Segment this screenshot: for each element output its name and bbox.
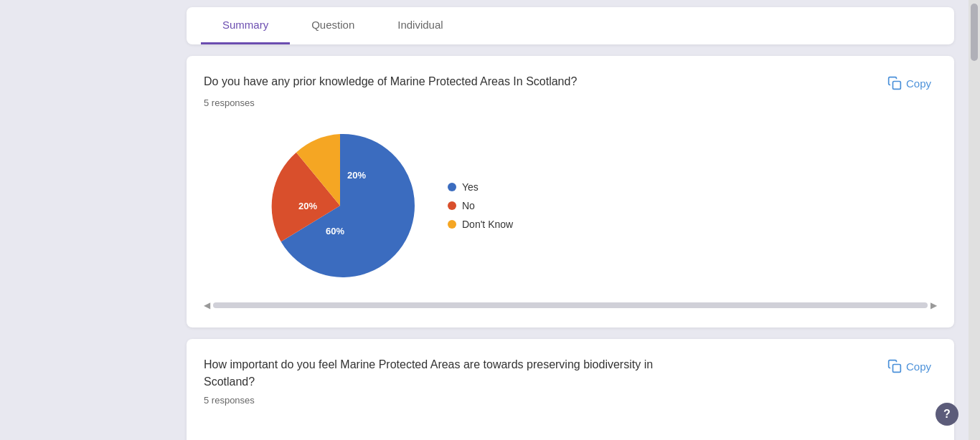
card-title-2: How important do you feel Marine Protect…	[204, 356, 692, 391]
label-no: 20%	[298, 201, 317, 211]
legend-item-dont-know: Don't Know	[448, 219, 513, 230]
legend-dot-no	[448, 201, 456, 210]
left-space	[0, 0, 172, 440]
svg-rect-0	[892, 82, 900, 90]
card-header-2: How important do you feel Marine Protect…	[204, 356, 937, 391]
vertical-scrollbar[interactable]	[969, 0, 980, 440]
card-title-1: Do you have any prior knowledge of Marin…	[204, 73, 577, 90]
tab-individual[interactable]: Individual	[376, 7, 464, 44]
help-button[interactable]: ?	[936, 403, 958, 426]
horizontal-scrollbar-1: ◀ ▶	[204, 300, 937, 310]
card-header-1: Do you have any prior knowledge of Marin…	[204, 73, 937, 93]
main-content: Summary Question Individual Do you have …	[172, 0, 969, 440]
tab-question[interactable]: Question	[290, 7, 376, 44]
pie-chart-2	[261, 424, 419, 440]
page-wrapper: Summary Question Individual Do you have …	[0, 0, 980, 440]
response-count-2: 5 responses	[204, 395, 937, 406]
copy-icon-1	[887, 76, 902, 90]
card-question-2: How important do you feel Marine Protect…	[187, 339, 954, 440]
legend-dot-dont-know	[448, 220, 456, 229]
chart-area-1: 60% 20% 20% Yes No	[204, 120, 937, 292]
scrollbar-thumb[interactable]	[971, 4, 978, 61]
response-count-1: 5 responses	[204, 97, 937, 108]
tabs-container: Summary Question Individual	[187, 7, 954, 44]
copy-button-2[interactable]: Copy	[882, 356, 937, 376]
tab-summary[interactable]: Summary	[201, 7, 290, 44]
scroll-track-1[interactable]	[213, 302, 928, 308]
label-yes: 60%	[326, 226, 344, 236]
pie-svg-1: 60% 20% 20%	[261, 127, 419, 284]
card-question-1: Do you have any prior knowledge of Marin…	[187, 56, 954, 327]
pie-chart-1: 60% 20% 20%	[261, 127, 419, 284]
scroll-left-arrow-1[interactable]: ◀	[204, 300, 210, 310]
svg-rect-1	[892, 365, 900, 373]
chart-area-2: Very Important	[204, 417, 937, 440]
legend-item-yes: Yes	[448, 181, 513, 193]
legend-dot-yes	[448, 183, 456, 191]
scroll-right-arrow-1[interactable]: ▶	[930, 300, 937, 310]
label-dont-know: 20%	[347, 170, 366, 181]
pie-svg-2	[261, 424, 419, 440]
copy-button-1[interactable]: Copy	[882, 73, 937, 93]
legend-item-no: No	[448, 200, 513, 211]
copy-icon-2	[887, 359, 902, 373]
legend-1: Yes No Don't Know	[448, 181, 513, 230]
